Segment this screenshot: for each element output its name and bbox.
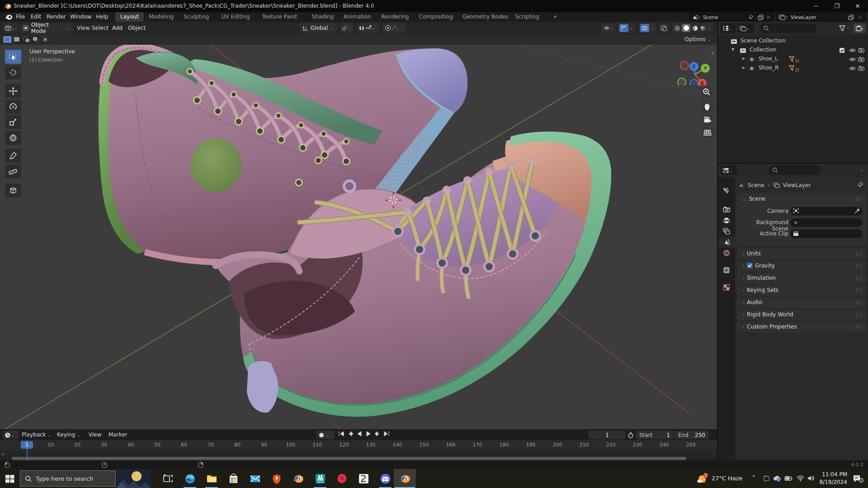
menu-render[interactable]: Render — [47, 12, 66, 22]
taskbar-app-brave[interactable] — [266, 469, 288, 488]
playhead-badge[interactable]: 1 — [21, 441, 33, 449]
tray-wifi-icon[interactable] — [797, 475, 804, 481]
3d-viewport[interactable]: User Perspective (1) Collection Z Y X < — [0, 45, 717, 429]
taskbar-app-store[interactable] — [222, 469, 244, 488]
pin-icon[interactable] — [857, 182, 863, 188]
field-background-scene[interactable] — [790, 218, 863, 227]
maximize-button[interactable]: ❐ — [826, 0, 847, 12]
tool-cursor[interactable] — [5, 66, 21, 80]
options-dropdown[interactable]: Options ⌄ — [684, 34, 711, 45]
panel-units[interactable]: ›Units⣿⣿ — [737, 249, 866, 259]
new-collection-button[interactable] — [854, 23, 865, 33]
xray-toggle[interactable] — [659, 23, 670, 33]
play-reverse-button[interactable] — [356, 430, 363, 439]
workspace-tab-modeling[interactable]: Modeling — [144, 12, 179, 22]
gizmo-minus-y-axis[interactable] — [678, 78, 686, 85]
gizmos-toggle[interactable]: ⌄ — [618, 23, 636, 33]
workspace-tab-geometry-nodes[interactable]: Geometry Nodes — [458, 12, 513, 22]
outliner-row-collection[interactable]: ▼Collection — [718, 46, 868, 55]
workspace-tab-uv-editing[interactable]: UV Editing — [217, 12, 255, 22]
filter-dropdown[interactable]: ⌄ — [846, 25, 850, 29]
gizmo-minus-z-axis[interactable] — [690, 80, 698, 85]
workspace-tab-+[interactable]: + — [548, 12, 562, 22]
workspace-tab-animation[interactable]: Animation — [339, 12, 376, 22]
taskbar-search-box[interactable]: Type here to search — [20, 470, 116, 487]
taskbar-app-blender-active[interactable] — [394, 469, 416, 488]
viewlayer-selector[interactable]: ViewLayer ✕ — [777, 13, 865, 21]
taskbar-app-edge[interactable] — [179, 469, 201, 488]
filter-icon[interactable] — [839, 25, 845, 31]
taskbar-app-mudbox[interactable] — [331, 469, 353, 488]
pin-icon[interactable] — [748, 14, 754, 20]
camera-view-button[interactable] — [701, 114, 713, 128]
toggle-ortho-button[interactable] — [702, 127, 714, 141]
tool-rotate[interactable] — [5, 100, 21, 114]
timeline-menu-playback[interactable]: Playback ⌄ — [22, 430, 51, 440]
timeline-menu-view[interactable]: View — [89, 430, 101, 440]
zoom-button[interactable] — [701, 86, 713, 100]
frame-start-field[interactable]: Start1 — [636, 431, 674, 439]
taskbar-app-blender[interactable] — [288, 469, 309, 488]
tray-onedrive-icon[interactable]: i — [773, 475, 781, 482]
menu-help[interactable]: Help — [96, 12, 108, 22]
tray-battery-icon[interactable] — [784, 475, 793, 481]
properties-tab-tool[interactable] — [718, 185, 735, 196]
overlays-toggle[interactable]: ⌄ — [638, 23, 656, 33]
timeline-menu-marker[interactable]: Marker — [108, 430, 127, 440]
tool-transform[interactable] — [5, 131, 21, 145]
outliner-filter-type[interactable]: ⌄ — [738, 23, 754, 33]
properties-search[interactable] — [769, 165, 821, 175]
play-button[interactable] — [365, 430, 373, 439]
workspace-tab-scripting[interactable]: Scripting — [510, 12, 544, 22]
solid-shading-active[interactable] — [682, 24, 690, 32]
shading-modes[interactable]: ⌄ — [672, 23, 713, 33]
tool-annotate[interactable] — [5, 149, 21, 163]
tray-condition[interactable]: Haze — [728, 475, 743, 482]
previous-keyframe-button[interactable] — [347, 430, 354, 439]
panel-simulation[interactable]: ›Simulation⣿⣿ — [737, 273, 866, 284]
properties-tab-view-layer[interactable] — [718, 226, 735, 237]
panel-scene[interactable]: ⌄Scene⣿⣿CameraBackground SceneActive Cli… — [737, 193, 866, 246]
panel-audio[interactable]: ›Audio⣿⣿ — [737, 297, 866, 308]
properties-tab-object[interactable] — [718, 265, 735, 276]
timeline-ruler[interactable]: 1020304050607080901001101201301401501601… — [0, 440, 717, 450]
close-button[interactable]: ✕ — [847, 0, 868, 12]
timeline-editor-type-button[interactable]: ⌄ — [3, 431, 19, 439]
timeline-menu-keying[interactable]: Keying ⌄ — [57, 430, 80, 440]
outliner-row-shoe_r[interactable]: ▶Shoe_R18 — [718, 64, 868, 73]
field-camera[interactable] — [790, 207, 863, 216]
tray-clock[interactable]: 11:04 PM8/19/2024 — [818, 471, 847, 486]
unlink-icon[interactable]: ✕ — [766, 14, 770, 20]
menu-file[interactable]: File — [16, 12, 25, 22]
stopwatch-icon[interactable] — [627, 432, 634, 438]
panel-gravity[interactable]: ›Gravity⣿⣿ — [737, 261, 866, 272]
start-button[interactable] — [5, 475, 14, 483]
outliner-row-shoe_l[interactable]: ▶Shoe_L18 — [718, 55, 868, 64]
tray-volume-icon[interactable] — [807, 475, 815, 482]
panel-rigid-body-world[interactable]: ›Rigid Body World⣿⣿ — [737, 310, 866, 320]
properties-tab-render[interactable] — [718, 204, 735, 215]
outliner-row-scene-collection[interactable]: Scene Collection — [718, 37, 868, 46]
workspace-tab-sculpting[interactable]: Sculpting — [179, 12, 214, 22]
tool-select-box[interactable] — [5, 50, 21, 64]
workspace-tab-texture-paint[interactable]: Texture Paint — [257, 12, 302, 22]
tool-measure[interactable] — [5, 164, 21, 178]
panel-keying-sets[interactable]: ›Keying Sets⣿⣿ — [737, 285, 866, 296]
menu-window[interactable]: Window — [70, 12, 91, 22]
breadcrumb-viewlayer[interactable]: ViewLayer — [783, 182, 811, 188]
news-widget[interactable] — [117, 469, 151, 488]
taskbar-app-discord[interactable] — [374, 469, 396, 488]
proportional-editing-controls[interactable]: ⌄ — [382, 23, 406, 33]
sidebar-collapse-arrow[interactable]: < — [711, 50, 715, 56]
workspace-tab-layout[interactable]: Layout — [115, 12, 144, 22]
tray-chevron-up[interactable]: ⌃ — [751, 474, 756, 481]
tray-snip-icon[interactable] — [763, 475, 770, 482]
select-mode-subtract[interactable] — [32, 36, 40, 43]
taskbar-app-file-explorer[interactable] — [201, 469, 222, 488]
timeline-expand-arrow[interactable]: > — [1, 452, 5, 457]
viewport-menu-object[interactable]: Object — [128, 22, 146, 34]
viewport-menu-add[interactable]: Add — [112, 22, 123, 34]
frame-end-field[interactable]: End250 — [675, 431, 709, 439]
navigation-gizmo[interactable]: Z Y X — [676, 52, 717, 85]
viewport-menu-view[interactable]: View — [77, 22, 90, 34]
